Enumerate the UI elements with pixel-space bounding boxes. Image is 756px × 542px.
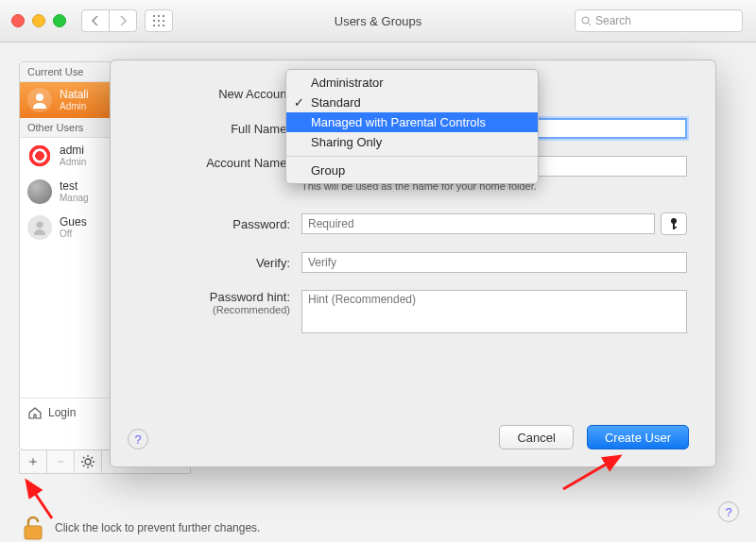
svg-rect-24: [673, 227, 677, 229]
back-button[interactable]: [81, 9, 110, 32]
dropdown-item-administrator[interactable]: Administrator: [286, 73, 538, 93]
search-placeholder: Search: [595, 14, 631, 27]
svg-rect-4: [158, 20, 160, 22]
avatar-icon: [27, 144, 52, 168]
avatar-icon: [27, 215, 52, 240]
password-assistant-button[interactable]: [661, 212, 687, 235]
svg-rect-6: [153, 25, 155, 26]
create-user-button[interactable]: Create User: [587, 425, 689, 449]
remove-user-button[interactable]: －: [47, 450, 75, 473]
password-input[interactable]: [301, 213, 655, 234]
svg-line-19: [92, 466, 94, 467]
svg-line-20: [92, 457, 94, 459]
svg-rect-1: [158, 15, 160, 17]
svg-rect-2: [163, 15, 164, 17]
login-options-label: Login: [48, 406, 76, 419]
svg-line-18: [83, 457, 85, 459]
verify-label: Verify:: [111, 256, 301, 270]
cancel-button[interactable]: Cancel: [499, 425, 573, 449]
dropdown-item-group[interactable]: Group: [286, 161, 538, 180]
svg-point-13: [85, 459, 91, 465]
account-type-dropdown[interactable]: Administrator Standard Managed with Pare…: [285, 69, 539, 184]
forward-button[interactable]: [110, 9, 137, 32]
user-name: Gues: [60, 216, 87, 229]
home-icon: [27, 405, 43, 420]
traffic-lights: [11, 14, 66, 27]
verify-input[interactable]: [301, 252, 687, 273]
avatar-icon: [27, 179, 52, 204]
key-icon: [669, 217, 679, 230]
svg-rect-23: [673, 223, 675, 229]
svg-point-12: [37, 222, 43, 229]
password-hint-label: Password hint:: [111, 290, 290, 304]
minimize-window-button[interactable]: [32, 14, 45, 27]
window-titlebar: Users & Groups Search: [0, 0, 756, 42]
dropdown-item-sharing[interactable]: Sharing Only: [286, 132, 538, 152]
user-name: admi: [60, 144, 86, 157]
svg-point-9: [582, 17, 589, 24]
user-name: Natali: [60, 89, 89, 101]
user-name: test: [60, 180, 89, 193]
search-icon: [581, 16, 592, 26]
lock-row: Click the lock to prevent further change…: [21, 515, 260, 541]
nav-button-group: [81, 9, 173, 32]
svg-rect-3: [153, 20, 155, 22]
user-role: Manag: [60, 193, 89, 203]
lock-text: Click the lock to prevent further change…: [55, 521, 260, 534]
password-hint-input[interactable]: [301, 290, 687, 333]
close-window-button[interactable]: [11, 14, 25, 27]
user-role: Admin: [60, 157, 86, 167]
password-hint-sublabel: (Recommended): [111, 304, 290, 315]
show-all-prefs-button[interactable]: [145, 9, 173, 32]
avatar-icon: [27, 88, 52, 112]
help-button[interactable]: ?: [128, 429, 148, 449]
dropdown-separator: [286, 156, 538, 157]
gear-icon: [81, 455, 94, 468]
actions-gear-button[interactable]: [75, 450, 102, 473]
dropdown-item-managed[interactable]: Managed with Parental Controls: [286, 112, 538, 132]
dropdown-item-standard[interactable]: Standard: [286, 93, 538, 112]
prefs-help-button[interactable]: ?: [718, 501, 739, 522]
svg-rect-7: [158, 25, 160, 26]
grid-icon: [153, 15, 164, 26]
user-role: Admin: [60, 101, 89, 111]
lock-icon[interactable]: [21, 515, 45, 541]
svg-line-21: [83, 466, 85, 467]
user-role: Off: [60, 229, 87, 239]
svg-rect-25: [25, 526, 42, 539]
zoom-window-button[interactable]: [53, 14, 66, 27]
account-name-label: Account Name:: [111, 156, 301, 170]
svg-point-11: [36, 93, 43, 101]
full-name-label: Full Name:: [111, 122, 301, 136]
add-user-button[interactable]: ＋: [20, 450, 47, 473]
search-field[interactable]: Search: [575, 9, 743, 32]
svg-rect-8: [163, 25, 164, 26]
svg-rect-0: [153, 15, 155, 17]
new-account-label: New Account: [111, 87, 301, 101]
svg-line-10: [589, 23, 592, 25]
svg-rect-5: [163, 20, 164, 22]
password-label: Password:: [111, 217, 301, 231]
